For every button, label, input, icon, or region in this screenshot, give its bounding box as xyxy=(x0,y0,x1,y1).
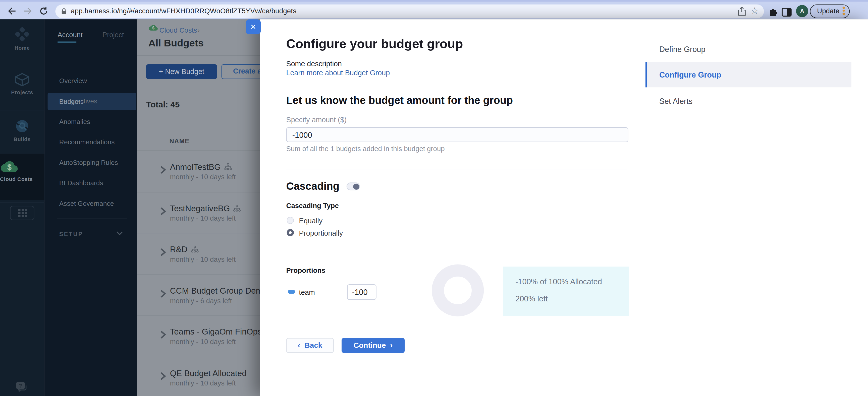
extensions-puzzle-icon[interactable] xyxy=(768,6,778,16)
cloud-costs-icon: $ xyxy=(0,160,19,174)
back-icon[interactable] xyxy=(6,6,17,16)
section-divider xyxy=(286,169,627,169)
column-header-name: NAME xyxy=(169,138,189,144)
total-count: Total: 45 xyxy=(146,100,180,109)
sidebar-item-overview[interactable]: Overview xyxy=(59,77,87,85)
side-panel-icon[interactable] xyxy=(782,7,792,17)
projects-icon xyxy=(14,72,30,87)
amount-input[interactable] xyxy=(286,127,628,142)
sidebar-item-projects[interactable]: Projects xyxy=(0,72,44,95)
tab-active-underline xyxy=(58,41,76,43)
step-set-alerts[interactable]: Set Alerts xyxy=(659,97,692,106)
cascading-toggle[interactable] xyxy=(347,183,360,190)
sidebar-item-bi-dashboards[interactable]: BI Dashboards xyxy=(59,179,103,187)
continue-button[interactable]: Continue › xyxy=(342,338,405,353)
amount-label: Specify amount ($) xyxy=(286,116,347,124)
allocation-donut-chart xyxy=(432,264,484,317)
radio-label: Proportionally xyxy=(299,229,343,237)
step-define-group[interactable]: Define Group xyxy=(659,45,706,54)
sidebar-item-recommendations[interactable]: Recommendations xyxy=(59,138,115,146)
tab-account[interactable]: Account xyxy=(58,31,83,39)
menu-divider xyxy=(57,219,127,219)
back-button[interactable]: ‹ Back xyxy=(286,338,334,353)
sidebar-item-asset-governance[interactable]: Asset Governance xyxy=(59,200,114,207)
cascading-heading: Cascading xyxy=(286,180,340,193)
step-configure-group[interactable]: Configure Group xyxy=(646,62,851,87)
radio-icon xyxy=(287,217,294,224)
proportions-heading: Proportions xyxy=(286,266,326,274)
amount-helper-text: Sum of all the 1 budgets added in this b… xyxy=(286,145,445,153)
radio-label: Equally xyxy=(299,217,322,225)
toggle-knob xyxy=(353,184,359,190)
browser-toolbar: app.harness.io/ng/#/account/wFHXHD0RRQWo… xyxy=(0,0,868,19)
reload-icon[interactable] xyxy=(39,6,49,16)
screen: Home Projects Builds $ Cloud Costs ? HEL… xyxy=(0,19,868,396)
budget-period: monthly - 10 days left xyxy=(170,173,236,181)
continue-label: Continue xyxy=(353,341,386,350)
allocation-line: -100% of 100% Allocated xyxy=(516,277,602,286)
expand-chevron-icon[interactable] xyxy=(159,330,167,339)
team-label: team xyxy=(299,288,315,296)
svg-text:$: $ xyxy=(152,26,154,30)
apps-grid-icon xyxy=(18,209,27,217)
allocation-remaining: 200% left xyxy=(516,294,548,303)
svg-text:$: $ xyxy=(7,163,11,172)
budget-period: monthly - 10 days left xyxy=(170,256,236,264)
expand-chevron-icon[interactable] xyxy=(159,372,167,381)
module-switcher-button[interactable] xyxy=(10,206,34,220)
budget-name: CCM Budget Group Demo xyxy=(170,286,268,295)
expand-chevron-icon[interactable] xyxy=(159,206,167,215)
budget-period: monthly - 10 days left xyxy=(170,214,236,222)
page-title: All Budgets xyxy=(149,38,204,49)
modal-title: Configure your budget group xyxy=(286,36,463,52)
budget-group-icon xyxy=(233,204,241,212)
nav-rail: Home Projects Builds $ Cloud Costs ? HEL… xyxy=(0,19,44,396)
team-proportion-input[interactable] xyxy=(347,284,376,300)
sidebar-item-cloud-costs[interactable]: $ Cloud Costs xyxy=(0,154,44,200)
tab-project[interactable]: Project xyxy=(102,31,124,39)
learn-more-link[interactable]: Learn more about Budget Group xyxy=(286,68,390,77)
budget-name: AnmolTestBG xyxy=(170,162,221,171)
chevron-down-icon[interactable] xyxy=(116,231,123,236)
avatar[interactable]: A xyxy=(796,5,808,17)
budget-group-icon xyxy=(224,163,232,170)
budget-name: Teams - GigaOm FinOps De xyxy=(170,327,275,336)
modal-description: Some description xyxy=(286,60,342,68)
bookmark-star-icon[interactable]: ☆ xyxy=(751,5,759,16)
budget-name: QE Budget Allocated xyxy=(170,368,247,378)
home-icon xyxy=(14,27,30,43)
close-button[interactable]: ✕ xyxy=(246,19,261,34)
help-button[interactable]: ? HELP xyxy=(0,382,44,396)
expand-chevron-icon[interactable] xyxy=(159,165,167,174)
address-bar[interactable]: app.harness.io/ng/#/account/wFHXHD0RRQWo… xyxy=(55,4,764,18)
rail-divider xyxy=(0,202,44,203)
budget-period: monthly - 10 days left xyxy=(170,380,236,387)
budget-name: R&D xyxy=(170,245,188,254)
breadcrumb[interactable]: Cloud Costs xyxy=(159,27,197,34)
forward-icon[interactable] xyxy=(23,6,33,16)
chevron-left-icon: ‹ xyxy=(298,341,300,350)
setup-section-toggle[interactable]: SETUP xyxy=(59,231,83,237)
svg-text:?: ? xyxy=(19,383,22,389)
configure-budget-group-modal: ✕ Configure your budget group Some descr… xyxy=(260,19,868,396)
sidebar-item-builds[interactable]: Builds xyxy=(0,119,44,142)
new-budget-button[interactable]: + New Budget xyxy=(146,64,217,79)
rail-divider xyxy=(0,111,44,111)
help-chat-icon: ? xyxy=(15,382,29,394)
nav-menu: Account Project Overview Perspectives Bu… xyxy=(44,19,136,396)
allocation-summary: -100% of 100% Allocated 200% left xyxy=(503,266,629,316)
expand-chevron-icon[interactable] xyxy=(159,289,167,298)
radio-icon-selected xyxy=(287,229,294,236)
sidebar-item-autostopping-rules[interactable]: AutoStopping Rules xyxy=(59,159,118,167)
chevron-right-icon: › xyxy=(390,341,393,350)
sidebar-item-anomalies[interactable]: Anomalies xyxy=(59,118,90,126)
url-text: app.harness.io/ng/#/account/wFHXHD0RRQWo… xyxy=(71,7,297,15)
sidebar-item-budgets[interactable]: Budgets xyxy=(59,98,84,106)
lock-icon xyxy=(60,8,68,15)
close-icon: ✕ xyxy=(250,23,256,31)
sidebar-item-home[interactable]: Home xyxy=(0,27,44,51)
amount-section-heading: Let us know the budget amount for the gr… xyxy=(286,95,513,107)
share-icon[interactable] xyxy=(737,6,746,16)
browser-menu-icon[interactable] xyxy=(843,6,845,15)
expand-chevron-icon[interactable] xyxy=(159,248,167,257)
